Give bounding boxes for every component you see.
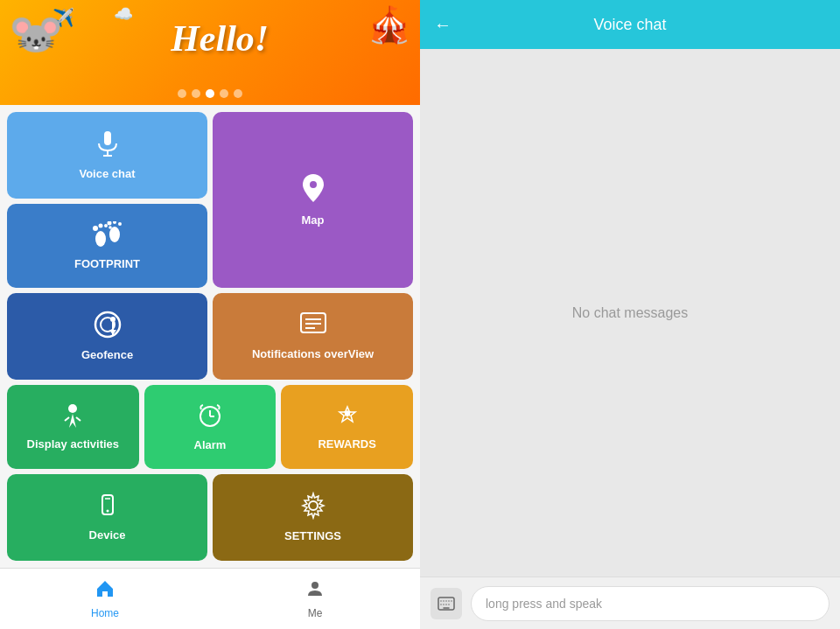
hello-text: Hello! xyxy=(171,17,269,59)
banner: ✈️ ☁️ 🐭 Hello! 🎪 xyxy=(0,0,420,105)
nav-home[interactable]: Home xyxy=(0,569,210,629)
svg-point-8 xyxy=(104,224,108,227)
back-button[interactable]: ← xyxy=(434,15,452,35)
svg-line-23 xyxy=(76,417,80,421)
svg-point-28 xyxy=(106,510,108,513)
rewards-button[interactable]: REWARDS xyxy=(281,385,413,470)
svg-line-22 xyxy=(65,417,69,421)
device-label: Device xyxy=(89,528,126,542)
banner-dots xyxy=(178,89,242,98)
rewards-icon xyxy=(334,403,360,432)
rewards-label: REWARDS xyxy=(318,437,375,451)
svg-point-4 xyxy=(95,231,106,247)
settings-icon xyxy=(299,492,327,524)
chat-area: No chat messages xyxy=(420,49,840,577)
geofence-label: Geofence xyxy=(81,348,133,362)
device-button[interactable]: Device xyxy=(7,474,207,561)
svg-point-5 xyxy=(109,227,120,242)
no-messages-text: No chat messages xyxy=(572,305,689,321)
notifications-label: Notifications overView xyxy=(252,347,374,361)
svg-point-3 xyxy=(310,181,317,188)
dot-5 xyxy=(234,89,242,98)
home-icon xyxy=(94,578,116,605)
geofence-icon xyxy=(94,311,122,343)
dot-1 xyxy=(178,89,186,98)
microphone-icon xyxy=(94,129,122,162)
map-label: Map xyxy=(302,213,325,227)
settings-button[interactable]: SETTINGS xyxy=(213,474,413,561)
svg-point-30 xyxy=(309,501,318,510)
voice-chat-button[interactable]: Voice chat xyxy=(7,112,207,199)
dot-3-active[interactable] xyxy=(206,89,214,98)
svg-point-12 xyxy=(118,222,122,226)
cloud-icon: ☁️ xyxy=(114,4,133,24)
map-button[interactable]: Map xyxy=(213,112,413,288)
device-icon xyxy=(94,493,121,523)
row4: Display activities Alarm xyxy=(7,385,413,470)
geofence-button[interactable]: Geofence xyxy=(7,293,207,380)
alarm-button[interactable]: Alarm xyxy=(144,385,276,470)
svg-point-21 xyxy=(68,404,77,413)
display-activities-label: Display activities xyxy=(27,437,120,451)
voice-input-bar: long press and speak xyxy=(420,577,840,629)
voice-speak-button[interactable]: long press and speak xyxy=(471,586,830,621)
svg-point-15 xyxy=(110,317,116,322)
right-panel: ← Voice chat No chat messages long pre xyxy=(420,0,840,629)
alarm-label: Alarm xyxy=(194,438,227,452)
footprint-label: FOOTPRINT xyxy=(74,257,140,271)
map-pin-icon xyxy=(298,172,329,208)
svg-point-10 xyxy=(107,221,111,226)
activity-icon xyxy=(60,403,85,432)
nav-me[interactable]: Me xyxy=(210,569,420,629)
speak-placeholder: long press and speak xyxy=(486,597,602,611)
me-nav-label: Me xyxy=(308,607,323,619)
mickey-icon-right: 🎪 xyxy=(368,4,411,45)
me-icon xyxy=(304,578,326,605)
svg-point-31 xyxy=(312,582,318,589)
voice-chat-header: ← Voice chat xyxy=(420,0,840,49)
alarm-icon xyxy=(197,402,223,433)
svg-point-6 xyxy=(93,226,98,231)
home-nav-label: Home xyxy=(91,607,119,619)
left-panel: ✈️ ☁️ 🐭 Hello! 🎪 Voice chat xyxy=(0,0,420,629)
voice-chat-title: Voice chat xyxy=(466,16,794,34)
footprint-icon xyxy=(92,221,123,252)
svg-rect-0 xyxy=(104,131,111,145)
bottom-nav: Home Me xyxy=(0,568,420,629)
voice-chat-label: Voice chat xyxy=(79,167,135,181)
svg-point-9 xyxy=(108,226,112,229)
footprint-button[interactable]: FOOTPRINT xyxy=(7,204,207,289)
svg-point-13 xyxy=(95,312,120,337)
notifications-icon xyxy=(299,311,327,342)
display-activities-button[interactable]: Display activities xyxy=(7,385,139,470)
svg-point-7 xyxy=(98,223,102,227)
settings-label: SETTINGS xyxy=(284,529,341,543)
dot-2 xyxy=(192,89,200,98)
mickey-icon-left: 🐭 xyxy=(9,9,63,59)
main-grid: Voice chat Map xyxy=(0,105,420,568)
keyboard-button[interactable] xyxy=(430,588,462,619)
notifications-button[interactable]: Notifications overView xyxy=(213,293,413,380)
dot-4 xyxy=(220,89,228,98)
svg-point-11 xyxy=(113,221,116,224)
